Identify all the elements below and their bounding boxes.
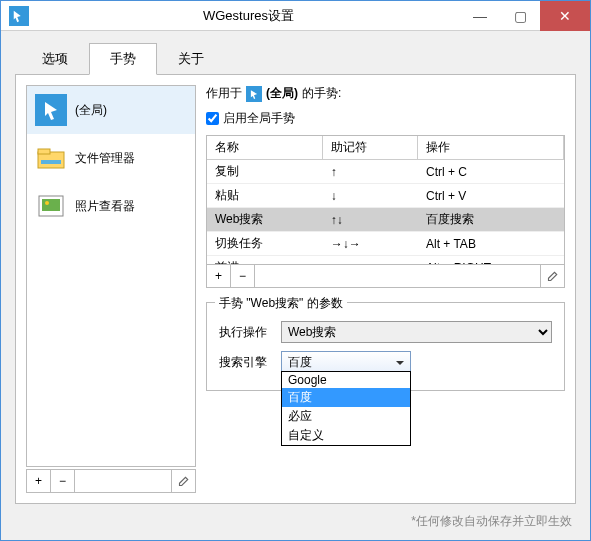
- add-gesture-button[interactable]: +: [207, 265, 231, 287]
- col-name[interactable]: 名称: [207, 136, 323, 160]
- tab-bar: 选项 手势 关于: [1, 31, 590, 75]
- table-row[interactable]: Web搜索 ↑↓ 百度搜索: [207, 208, 564, 232]
- remove-gesture-button[interactable]: −: [231, 265, 255, 287]
- tab-about[interactable]: 关于: [157, 43, 225, 75]
- applies-suffix: 的手势:: [302, 85, 341, 102]
- cursor-icon: [35, 94, 67, 126]
- action-label: 执行操作: [219, 324, 271, 341]
- window-title: WGestures设置: [37, 7, 460, 25]
- close-button[interactable]: ✕: [540, 1, 590, 31]
- col-mnemonic[interactable]: 助记符: [323, 136, 418, 160]
- edit-app-button[interactable]: [171, 470, 195, 492]
- table-row[interactable]: 粘贴 ↓ Ctrl + V: [207, 184, 564, 208]
- sidebar-item-label: 文件管理器: [75, 150, 135, 167]
- table-row[interactable]: 复制 ↑ Ctrl + C: [207, 160, 564, 184]
- app-icon: [9, 6, 29, 26]
- sidebar-item-label: (全局): [75, 102, 107, 119]
- sidebar-item-file-manager[interactable]: 文件管理器: [27, 134, 195, 182]
- photo-icon: [35, 190, 67, 222]
- svg-rect-3: [41, 160, 61, 164]
- applies-to-header: 作用于 (全局) 的手势:: [206, 85, 565, 102]
- app-list[interactable]: (全局) 文件管理器 照片查看器: [26, 85, 196, 467]
- params-fieldset: 手势 "Web搜索" 的参数 执行操作 Web搜索 搜索引擎 百度 Google…: [206, 302, 565, 391]
- add-app-button[interactable]: +: [27, 470, 51, 492]
- cursor-icon: [246, 86, 262, 102]
- sidebar-toolbar: + −: [26, 469, 196, 493]
- svg-rect-5: [42, 199, 60, 211]
- engine-label: 搜索引擎: [219, 354, 271, 371]
- app-sidebar: (全局) 文件管理器 照片查看器 + −: [26, 85, 196, 493]
- tab-gestures[interactable]: 手势: [89, 43, 157, 75]
- edit-gesture-button[interactable]: [540, 265, 564, 287]
- svg-rect-2: [38, 149, 50, 154]
- remove-app-button[interactable]: −: [51, 470, 75, 492]
- engine-option-custom[interactable]: 自定义: [282, 426, 410, 445]
- col-action[interactable]: 操作: [418, 136, 564, 160]
- gesture-toolbar: + −: [206, 265, 565, 288]
- svg-point-6: [45, 201, 49, 205]
- enable-global-label: 启用全局手势: [223, 110, 295, 127]
- engine-option-bing[interactable]: 必应: [282, 407, 410, 426]
- sidebar-item-photo-viewer[interactable]: 照片查看器: [27, 182, 195, 230]
- sidebar-item-global[interactable]: (全局): [27, 86, 195, 134]
- footer-note: *任何修改自动保存并立即生效: [411, 513, 572, 530]
- engine-dropdown[interactable]: Google 百度 必应 自定义: [281, 371, 411, 446]
- sidebar-item-label: 照片查看器: [75, 198, 135, 215]
- titlebar: WGestures设置 — ▢ ✕: [1, 1, 590, 31]
- folder-icon: [35, 142, 67, 174]
- applies-target: (全局): [266, 85, 298, 102]
- gesture-table[interactable]: 名称 助记符 操作 复制 ↑ Ctrl + C 粘贴 ↓ Ct: [206, 135, 565, 265]
- enable-global-input[interactable]: [206, 112, 219, 125]
- engine-option-baidu[interactable]: 百度: [282, 388, 410, 407]
- maximize-button[interactable]: ▢: [500, 1, 540, 31]
- action-select[interactable]: Web搜索: [281, 321, 552, 343]
- enable-global-checkbox[interactable]: 启用全局手势: [206, 110, 565, 127]
- minimize-button[interactable]: —: [460, 1, 500, 31]
- table-row[interactable]: 切换任务 →↓→ Alt + TAB: [207, 232, 564, 256]
- engine-option-google[interactable]: Google: [282, 372, 410, 388]
- applies-prefix: 作用于: [206, 85, 242, 102]
- tab-options[interactable]: 选项: [21, 43, 89, 75]
- table-row[interactable]: 前进 → Alt + RIGHT: [207, 256, 564, 266]
- params-legend: 手势 "Web搜索" 的参数: [215, 295, 347, 312]
